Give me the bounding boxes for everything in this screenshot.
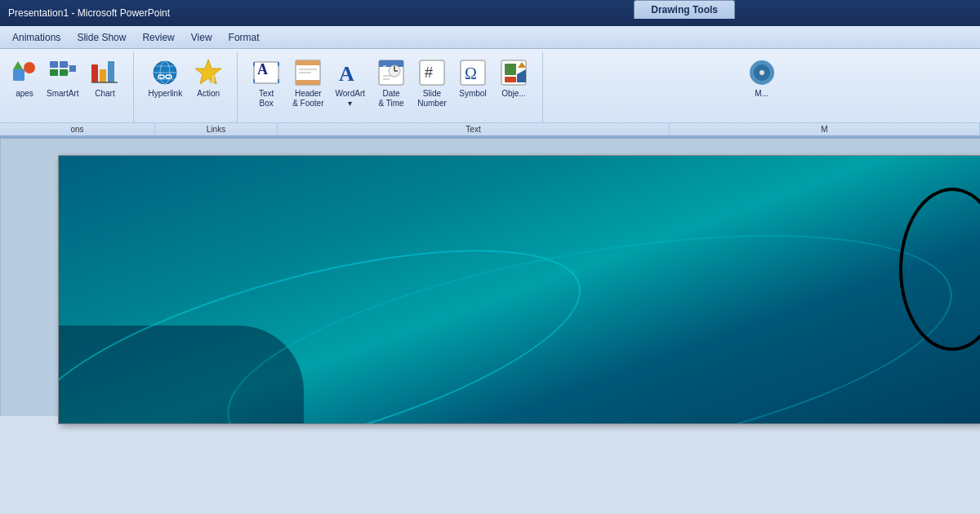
svg-text:Ω: Ω bbox=[465, 64, 477, 82]
svg-text:A: A bbox=[339, 62, 354, 86]
chart-icon bbox=[90, 58, 119, 87]
ribbon-group-links: Hyperlink Action bbox=[134, 52, 238, 122]
wordart-label: WordArt▾ bbox=[336, 89, 366, 109]
datetime-label: Date& Time bbox=[378, 89, 403, 109]
svg-rect-11 bbox=[100, 69, 106, 82]
slide-area bbox=[1, 139, 980, 416]
svg-text:5: 5 bbox=[383, 64, 387, 71]
chart-label: Chart bbox=[95, 89, 114, 99]
shapes-label: apes bbox=[16, 89, 33, 99]
svg-rect-29 bbox=[296, 60, 320, 65]
menu-review[interactable]: Review bbox=[134, 29, 182, 47]
svg-rect-49 bbox=[505, 77, 516, 82]
ribbon-content: apes Smar bbox=[0, 49, 980, 122]
svg-rect-10 bbox=[91, 64, 98, 82]
textbox-label: TextBox bbox=[259, 89, 274, 109]
headerfooter-icon bbox=[293, 58, 323, 87]
svg-rect-5 bbox=[50, 69, 58, 76]
datetime-icon: 5 bbox=[376, 58, 406, 87]
slidenumber-label: SlideNumber bbox=[417, 89, 447, 109]
ribbon-group-text: A TextBox bbox=[238, 52, 543, 122]
ribbon-group-illustrations: apes Smar bbox=[0, 52, 134, 122]
menu-slideshow[interactable]: Slide Show bbox=[69, 29, 134, 47]
svg-point-53 bbox=[760, 70, 764, 75]
svg-point-1 bbox=[24, 62, 35, 73]
symbol-button[interactable]: Ω Symbol bbox=[454, 55, 492, 101]
media-items: M... bbox=[740, 52, 784, 122]
svg-rect-30 bbox=[296, 80, 320, 85]
menu-bar: Animations Slide Show Review View Format bbox=[0, 26, 980, 49]
headerfooter-button[interactable]: Header& Footer bbox=[288, 55, 327, 111]
ribbon-group-media: M... bbox=[543, 52, 980, 122]
svg-line-9 bbox=[68, 71, 69, 73]
svg-marker-21 bbox=[195, 60, 221, 84]
text-group-label: Text bbox=[278, 123, 670, 135]
media-group-label: M bbox=[670, 123, 980, 135]
drawing-tools-tab[interactable]: Drawing Tools bbox=[634, 0, 735, 19]
object-label: Obje... bbox=[501, 89, 525, 99]
illustrations-group-label: ons bbox=[0, 123, 155, 135]
svg-line-8 bbox=[68, 64, 69, 66]
shapes-button[interactable]: apes bbox=[10, 55, 39, 101]
textbox-icon: A bbox=[252, 58, 281, 87]
hyperlink-label: Hyperlink bbox=[148, 89, 182, 99]
media-label: M... bbox=[755, 89, 768, 99]
smartart-label: SmartArt bbox=[47, 89, 78, 99]
svg-rect-47 bbox=[505, 64, 516, 75]
content-area bbox=[0, 139, 980, 416]
svg-marker-2 bbox=[13, 61, 23, 69]
chart-button[interactable]: Chart bbox=[86, 55, 123, 101]
object-button[interactable]: Obje... bbox=[495, 55, 532, 101]
wordart-button[interactable]: A WordArt▾ bbox=[332, 55, 370, 111]
svg-text:#: # bbox=[425, 64, 433, 81]
action-button[interactable]: Action bbox=[189, 55, 227, 101]
shapes-icon bbox=[10, 58, 39, 87]
links-group-label: Links bbox=[155, 123, 278, 135]
smartart-icon bbox=[48, 58, 78, 87]
action-icon bbox=[194, 58, 223, 87]
hyperlink-icon bbox=[150, 58, 180, 87]
textbox-button[interactable]: A TextBox bbox=[247, 55, 285, 111]
links-items: Hyperlink Action bbox=[140, 52, 230, 122]
illustrations-items: apes Smar bbox=[7, 52, 127, 122]
text-items: A TextBox bbox=[244, 52, 536, 122]
action-label: Action bbox=[197, 89, 220, 99]
slidenumber-button[interactable]: # SlideNumber bbox=[413, 55, 451, 111]
headerfooter-label: Header& Footer bbox=[292, 89, 323, 109]
menu-animations[interactable]: Animations bbox=[4, 29, 69, 47]
ribbon: apes Smar bbox=[0, 49, 980, 139]
datetime-button[interactable]: 5 Date& Time bbox=[372, 55, 410, 111]
menu-format[interactable]: Format bbox=[220, 29, 268, 47]
wordart-icon: A bbox=[336, 58, 365, 87]
window-title: Presentation1 - Microsoft PowerPoint bbox=[8, 7, 170, 19]
ribbon-labels-row: ons Links Text M bbox=[0, 122, 980, 137]
menu-view[interactable]: View bbox=[183, 29, 220, 47]
symbol-icon: Ω bbox=[458, 58, 488, 87]
svg-rect-4 bbox=[60, 61, 68, 68]
svg-rect-12 bbox=[108, 61, 114, 82]
media-button[interactable]: M... bbox=[743, 55, 781, 101]
svg-rect-0 bbox=[13, 69, 24, 81]
svg-rect-3 bbox=[50, 61, 58, 68]
svg-rect-7 bbox=[69, 65, 76, 72]
svg-rect-6 bbox=[60, 69, 68, 76]
symbol-label: Symbol bbox=[459, 89, 486, 99]
slidenumber-icon: # bbox=[417, 58, 447, 87]
hyperlink-button[interactable]: Hyperlink bbox=[144, 55, 186, 101]
title-bar: Presentation1 - Microsoft PowerPoint Dra… bbox=[0, 0, 980, 26]
object-icon bbox=[499, 58, 528, 87]
media-icon bbox=[747, 58, 777, 87]
slide-canvas[interactable] bbox=[58, 155, 980, 424]
smartart-button[interactable]: SmartArt bbox=[42, 55, 82, 101]
svg-text:A: A bbox=[257, 61, 268, 78]
